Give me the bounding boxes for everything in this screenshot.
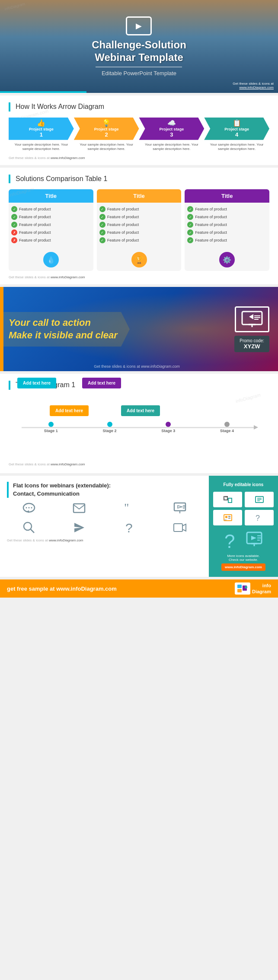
- svg-point-7: [26, 507, 27, 508]
- icons-left-panel: Flat Icons for webinars (extendable):Con…: [0, 476, 209, 577]
- cta-orange-bar: [0, 287, 3, 371]
- right-large-icons: ?: [224, 530, 263, 550]
- slide-arrow-diagram: How It Works Arrow Diagram infoDiagram.c…: [0, 95, 278, 165]
- comp-badge-2: 🏆: [131, 252, 147, 267]
- timeline-container: Add text here Add text here Stage 1 Stag…: [13, 396, 265, 461]
- stage-dot-2: [107, 422, 112, 427]
- feature-text: Feature of product: [19, 207, 51, 211]
- check-icon: ✓: [11, 222, 17, 228]
- comp-item: ✗Feature of product: [11, 237, 91, 243]
- comp-header-3: Title: [185, 189, 269, 203]
- comp-item: ✓Feature of product: [99, 237, 179, 243]
- check-icon: ✓: [99, 229, 105, 235]
- svg-rect-29: [228, 516, 230, 517]
- timeline-box-1: Add text here: [17, 378, 56, 388]
- feature-text: Feature of product: [19, 238, 51, 242]
- cross-icon: ✗: [11, 237, 17, 243]
- feature-text: Feature of product: [107, 238, 139, 242]
- right-website-button[interactable]: www.infoDiagram.com: [221, 563, 265, 571]
- arrow-icon-4: 📋: [224, 119, 249, 127]
- slide-icons: Flat Icons for webinars (extendable):Con…: [0, 476, 278, 577]
- timeline-stages: Stage 1 Stage 2 Stage 3 Stage 4: [22, 422, 256, 433]
- comp-col-2: Title ✓Feature of product ✓Feature of pr…: [97, 189, 182, 271]
- icons-right-panel: Fully editable icons: [209, 476, 278, 577]
- stage-label-4: Stage 4: [220, 429, 234, 433]
- arrow-desc-2: Your sample description here. Your sampl…: [74, 143, 139, 152]
- stage-item-1: Stage 1: [22, 422, 80, 433]
- svg-rect-21: [174, 524, 182, 531]
- cta-monitor-icon: [235, 306, 269, 332]
- svg-rect-28: [225, 516, 227, 518]
- stage-item-3: Stage 3: [139, 422, 198, 433]
- stage-dot-3: [166, 422, 171, 427]
- svg-rect-40: [237, 585, 242, 588]
- arrow-item-2: 💡 Project stage2 Your sample description…: [74, 118, 139, 152]
- footer-logo-text: info Diagram: [252, 582, 271, 595]
- icon-question: ?: [108, 520, 152, 535]
- arrow-diagram-container: 👍 Project stage1 Your sample description…: [9, 118, 269, 152]
- feature-text: Feature of product: [107, 215, 139, 219]
- timeline-box-4: Add text here: [121, 405, 160, 416]
- comp-item: ✓Feature of product: [187, 229, 267, 235]
- cta-right: Promo code: XYZW: [234, 306, 269, 352]
- arrow-label-1: Project stage1: [29, 127, 54, 138]
- footer-text: get free sample at www.infoDiagram.com: [7, 585, 117, 592]
- stage-label-3: Stage 3: [161, 429, 175, 433]
- comp-footer-1: 💧: [9, 248, 93, 271]
- check-icon: ✓: [99, 214, 105, 220]
- arrow-desc-4: Your sample description here. Your sampl…: [204, 143, 269, 152]
- slide4-footer: Get these slides & icons at www.infoDiag…: [7, 538, 202, 542]
- slide3-footer: Get these slides & icons at www.infoDiag…: [9, 462, 269, 466]
- check-icon: ✓: [187, 214, 193, 220]
- footer-logo: info Diagram: [235, 582, 271, 595]
- comp-item: ✓Feature of product: [11, 206, 91, 212]
- feature-text: Feature of product: [195, 207, 227, 211]
- comp-item: ✓Feature of product: [187, 237, 267, 243]
- arrow-shape-4: 📋 Project stage4: [204, 118, 269, 140]
- slide1-title: How It Works Arrow Diagram: [9, 102, 269, 111]
- icon-quote: ": [108, 502, 152, 514]
- icon-send: [57, 520, 101, 535]
- comp-item: ✓Feature of product: [187, 222, 267, 228]
- svg-text:?: ?: [256, 514, 260, 522]
- comp-item: ✓Feature of product: [99, 222, 179, 228]
- timeline-box-2: Add text here: [82, 378, 121, 388]
- icon-monitor: [158, 502, 202, 514]
- feature-text: Feature of product: [19, 223, 51, 227]
- arrow-item-4: 📋 Project stage4 Your sample description…: [204, 118, 269, 152]
- cta-left: Your call to actionMake it visible and c…: [9, 317, 234, 341]
- stage-label-1: Stage 1: [44, 429, 58, 433]
- comp-badge-3: ⚙️: [219, 252, 235, 267]
- arrow-label-2: Project stage2: [94, 127, 119, 138]
- right-icons-grid: ?: [213, 492, 274, 525]
- svg-point-43: [245, 586, 247, 589]
- comp-item: ✓Feature of product: [99, 206, 179, 212]
- arrow-shape-2: 💡 Project stage2: [74, 118, 139, 140]
- cta-promo-label: Promo code:: [240, 338, 264, 343]
- feature-text: Feature of product: [107, 207, 139, 211]
- hero-bar: [0, 91, 86, 93]
- comp-header-1: Title: [9, 189, 93, 203]
- comparison-grid: Title ✓Feature of product ✓Feature of pr…: [9, 189, 269, 271]
- check-icon: ✓: [99, 206, 105, 212]
- feature-text: Feature of product: [19, 215, 51, 219]
- comp-item: ✓Feature of product: [11, 222, 91, 228]
- arrow-item-1: 👍 Project stage1 Your sample description…: [9, 118, 74, 152]
- slide2-title: Solutions Comparison Table 1: [9, 175, 269, 184]
- slide-comparison: Solutions Comparison Table 1 infoDiagram…: [0, 168, 278, 285]
- comp-body-3: ✓Feature of product ✓Feature of product …: [185, 203, 269, 248]
- stage-label-2: Stage 2: [103, 429, 117, 433]
- comp-footer-3: ⚙️: [185, 248, 269, 271]
- svg-point-18: [24, 522, 32, 530]
- arrow-desc-1: Your sample description here. Your sampl…: [9, 143, 74, 152]
- right-icon-1: [213, 492, 242, 507]
- check-icon: ✓: [187, 229, 193, 235]
- cta-promo-code: XYZW: [240, 343, 264, 350]
- check-icon: ✓: [187, 206, 193, 212]
- stage-item-2: Stage 2: [80, 422, 139, 433]
- stage-item-4: Stage 4: [198, 422, 256, 433]
- feature-text: Feature of product: [195, 215, 227, 219]
- footer-bar: get free sample at www.infoDiagram.com i…: [0, 579, 278, 598]
- arrow-label-4: Project stage4: [224, 127, 249, 138]
- comp-item: ✓Feature of product: [187, 206, 267, 212]
